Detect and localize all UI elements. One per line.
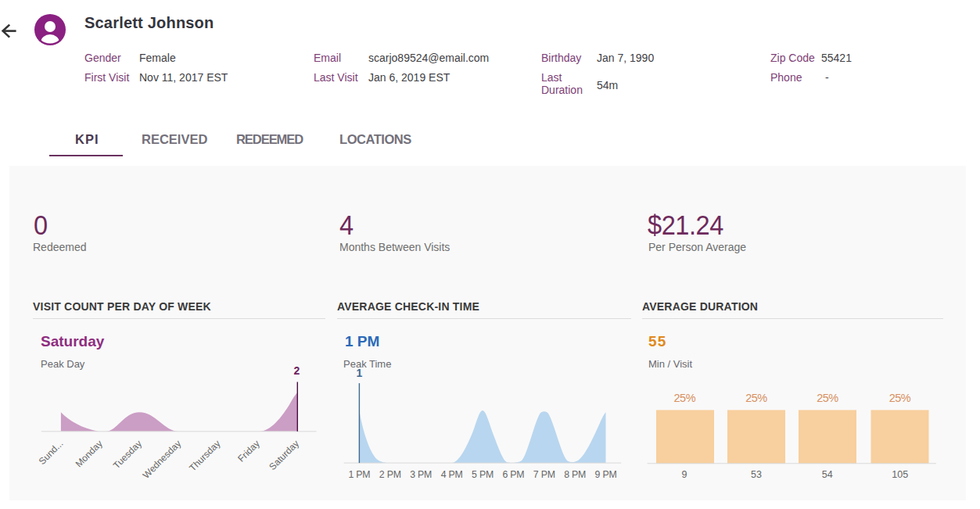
svg-text:3 PM: 3 PM bbox=[410, 469, 432, 480]
svg-text:1: 1 bbox=[357, 367, 363, 379]
svg-text:6 PM: 6 PM bbox=[502, 469, 524, 480]
svg-text:25%: 25% bbox=[745, 392, 767, 404]
svg-text:54: 54 bbox=[822, 469, 833, 480]
svg-text:Wednesday: Wednesday bbox=[141, 438, 184, 481]
svg-text:2: 2 bbox=[294, 364, 300, 377]
svg-text:25%: 25% bbox=[889, 392, 911, 404]
svg-text:Saturday: Saturday bbox=[267, 438, 301, 472]
svg-text:1 PM: 1 PM bbox=[348, 469, 370, 480]
svg-text:53: 53 bbox=[751, 469, 762, 480]
svg-text:105: 105 bbox=[892, 469, 908, 480]
svg-text:Tuesday: Tuesday bbox=[111, 438, 144, 471]
svg-text:Friday: Friday bbox=[235, 438, 261, 464]
svg-text:9: 9 bbox=[681, 469, 687, 480]
svg-text:5 PM: 5 PM bbox=[472, 469, 494, 480]
svg-text:Sund...: Sund... bbox=[37, 438, 66, 467]
svg-text:2 PM: 2 PM bbox=[379, 469, 401, 480]
svg-text:9 PM: 9 PM bbox=[595, 469, 617, 480]
svg-text:25%: 25% bbox=[674, 392, 696, 404]
svg-text:4 PM: 4 PM bbox=[441, 469, 463, 480]
svg-text:25%: 25% bbox=[817, 392, 838, 404]
svg-text:Thursday: Thursday bbox=[187, 438, 222, 473]
svg-text:Monday: Monday bbox=[74, 438, 105, 469]
svg-text:7 PM: 7 PM bbox=[533, 469, 555, 480]
svg-text:8 PM: 8 PM bbox=[564, 469, 586, 480]
